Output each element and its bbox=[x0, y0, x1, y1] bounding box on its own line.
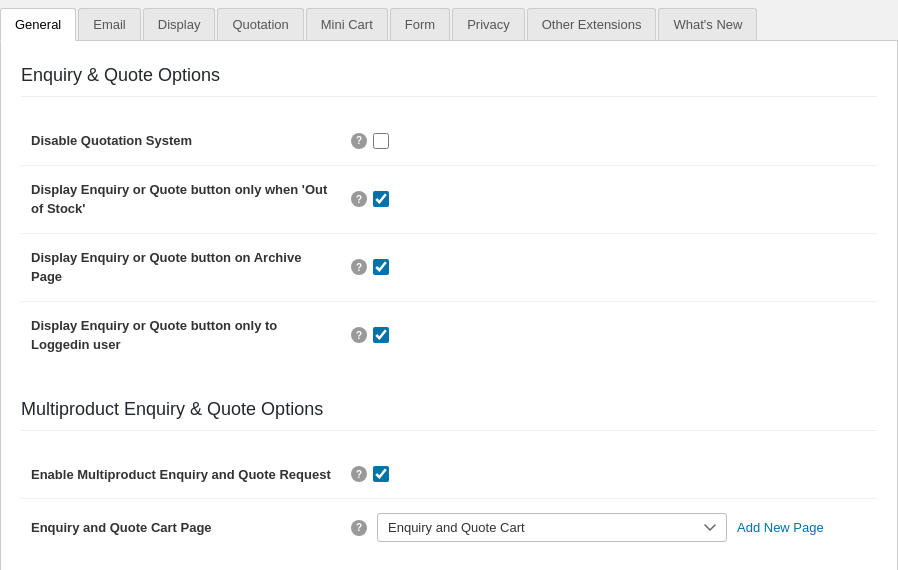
checkbox-disable-quotation[interactable] bbox=[373, 133, 389, 149]
option-label-cart-page: Enquiry and Quote Cart Page bbox=[21, 499, 341, 557]
table-row: Display Enquiry or Quote button only to … bbox=[21, 301, 877, 369]
help-icon-loggedin-user[interactable]: ? bbox=[351, 327, 367, 343]
section1-options-table: Disable Quotation System ? Display Enqui… bbox=[21, 117, 877, 369]
cart-page-select[interactable]: Enquiry and Quote Cart bbox=[377, 513, 727, 542]
option-label-archive-page: Display Enquiry or Quote button on Archi… bbox=[21, 233, 341, 301]
checkbox-enable-multiproduct[interactable] bbox=[373, 466, 389, 482]
option-control-loggedin-user: ? bbox=[351, 327, 867, 343]
tab-display[interactable]: Display bbox=[143, 8, 216, 40]
content-area: Enquiry & Quote Options Disable Quotatio… bbox=[0, 41, 898, 570]
help-icon-enable-multiproduct[interactable]: ? bbox=[351, 466, 367, 482]
tab-other-extensions[interactable]: Other Extensions bbox=[527, 8, 657, 40]
tab-privacy[interactable]: Privacy bbox=[452, 8, 525, 40]
table-row: Enable Multiproduct Enquiry and Quote Re… bbox=[21, 451, 877, 499]
table-row: Display Enquiry or Quote button on Archi… bbox=[21, 233, 877, 301]
option-label-out-of-stock: Display Enquiry or Quote button only whe… bbox=[21, 165, 341, 233]
option-control-enable-multiproduct: ? bbox=[351, 466, 867, 482]
tab-email[interactable]: Email bbox=[78, 8, 141, 40]
checkbox-loggedin-user[interactable] bbox=[373, 327, 389, 343]
section2-title: Multiproduct Enquiry & Quote Options bbox=[21, 399, 877, 431]
section2-options-table: Enable Multiproduct Enquiry and Quote Re… bbox=[21, 451, 877, 557]
option-label-disable-quotation: Disable Quotation System bbox=[21, 117, 341, 165]
help-icon-disable-quotation[interactable]: ? bbox=[351, 133, 367, 149]
tab-quotation[interactable]: Quotation bbox=[217, 8, 303, 40]
option-label-enable-multiproduct: Enable Multiproduct Enquiry and Quote Re… bbox=[21, 451, 341, 499]
tabs-bar: General Email Display Quotation Mini Car… bbox=[0, 0, 898, 41]
option-control-archive-page: ? bbox=[351, 259, 867, 275]
add-new-page-link[interactable]: Add New Page bbox=[737, 520, 824, 535]
help-icon-out-of-stock[interactable]: ? bbox=[351, 191, 367, 207]
option-label-loggedin-user: Display Enquiry or Quote button only to … bbox=[21, 301, 341, 369]
help-icon-cart-page[interactable]: ? bbox=[351, 520, 367, 536]
option-control-out-of-stock: ? bbox=[351, 191, 867, 207]
option-control-disable-quotation: ? bbox=[351, 133, 867, 149]
checkbox-out-of-stock[interactable] bbox=[373, 191, 389, 207]
table-row: Display Enquiry or Quote button only whe… bbox=[21, 165, 877, 233]
help-icon-archive-page[interactable]: ? bbox=[351, 259, 367, 275]
table-row: Enquiry and Quote Cart Page ? Enquiry an… bbox=[21, 499, 877, 557]
tab-whats-new[interactable]: What's New bbox=[658, 8, 757, 40]
tab-form[interactable]: Form bbox=[390, 8, 450, 40]
cart-page-dropdown-wrapper: ? Enquiry and Quote Cart Add New Page bbox=[351, 513, 867, 542]
table-row: Disable Quotation System ? bbox=[21, 117, 877, 165]
checkbox-archive-page[interactable] bbox=[373, 259, 389, 275]
tab-mini-cart[interactable]: Mini Cart bbox=[306, 8, 388, 40]
section1-title: Enquiry & Quote Options bbox=[21, 65, 877, 97]
tab-general[interactable]: General bbox=[0, 8, 76, 41]
